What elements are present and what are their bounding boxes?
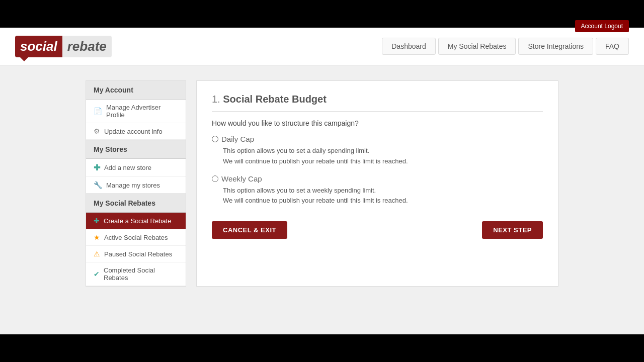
daily-cap-option: Daily Cap This option allows you to set … bbox=[212, 135, 543, 167]
content-area: 1. Social Rebate Budget How would you li… bbox=[196, 80, 558, 287]
sidebar-social-rebates-title: My Social Rebates bbox=[86, 194, 186, 213]
sidebar-item-manage-advertiser-label: Manage Advertiser Profile bbox=[106, 104, 178, 119]
sidebar-item-create-rebate[interactable]: ✚ Create a Social Rebate bbox=[86, 213, 186, 229]
sidebar-my-stores-title: My Stores bbox=[86, 140, 186, 159]
sidebar-item-completed-rebates[interactable]: ✔ Completed Social Rebates bbox=[86, 262, 186, 286]
step-number: 1. bbox=[212, 94, 220, 105]
sidebar-item-manage-stores-label: Manage my stores bbox=[106, 182, 160, 189]
daily-cap-label[interactable]: Daily Cap bbox=[212, 135, 543, 143]
sidebar-item-update-account[interactable]: ⚙ Update account info bbox=[86, 123, 186, 140]
sidebar-item-update-account-label: Update account info bbox=[104, 128, 163, 135]
plus-green-icon: ✚ bbox=[94, 217, 100, 225]
nav-store-integrations[interactable]: Store Integrations bbox=[518, 38, 593, 55]
sidebar-item-paused-rebates-label: Paused Social Rebates bbox=[104, 250, 172, 258]
logo: social rebate bbox=[15, 36, 112, 57]
page-title: 1. Social Rebate Budget bbox=[212, 94, 543, 112]
daily-cap-desc1: This option allows you to set a daily sp… bbox=[223, 146, 543, 156]
sidebar-item-manage-advertiser[interactable]: 📄 Manage Advertiser Profile bbox=[86, 100, 186, 123]
weekly-cap-text: Weekly Cap bbox=[221, 174, 262, 183]
sidebar-section-social-rebates: My Social Rebates ✚ Create a Social Reba… bbox=[86, 194, 186, 287]
page-title-text: Social Rebate Budget bbox=[223, 94, 327, 105]
sidebar-section-my-stores: My Stores ✚ Add a new store 🔧 Manage my … bbox=[86, 140, 186, 194]
weekly-cap-radio[interactable] bbox=[212, 175, 218, 182]
logo-container: social rebate bbox=[15, 36, 112, 57]
nav-faq[interactable]: FAQ bbox=[596, 38, 629, 55]
cancel-exit-button[interactable]: CANCEL & EXIT bbox=[212, 221, 287, 239]
logo-rebate: rebate bbox=[62, 36, 112, 57]
sidebar-item-active-rebates-label: Active Social Rebates bbox=[104, 234, 168, 241]
check-icon: ✔ bbox=[94, 270, 100, 278]
daily-cap-desc2: We will continue to publish your rebate … bbox=[223, 156, 543, 167]
sidebar-item-active-rebates[interactable]: ★ Active Social Rebates bbox=[86, 229, 186, 246]
nav-my-social-rebates[interactable]: My Social Rebates bbox=[438, 38, 516, 55]
sidebar-item-add-store[interactable]: ✚ Add a new store bbox=[86, 159, 186, 177]
weekly-cap-desc: This option allows you to set a weekly s… bbox=[223, 186, 543, 207]
daily-cap-text: Daily Cap bbox=[221, 135, 254, 143]
main-nav: Dashboard My Social Rebates Store Integr… bbox=[382, 38, 629, 55]
sidebar-item-manage-stores[interactable]: 🔧 Manage my stores bbox=[86, 177, 186, 194]
sidebar-item-paused-rebates[interactable]: ⚠ Paused Social Rebates bbox=[86, 246, 186, 262]
nav-dashboard[interactable]: Dashboard bbox=[382, 38, 436, 55]
weekly-cap-desc2: We will continue to publish your rebate … bbox=[223, 196, 543, 206]
sidebar: My Account 📄 Manage Advertiser Profile ⚙… bbox=[86, 80, 186, 287]
document-icon: 📄 bbox=[94, 107, 102, 115]
sidebar-item-completed-rebates-label: Completed Social Rebates bbox=[104, 266, 178, 282]
warning-icon: ⚠ bbox=[94, 250, 100, 258]
button-row: CANCEL & EXIT NEXT STEP bbox=[212, 221, 543, 239]
header: Account Logout social rebate Dashboard M… bbox=[0, 28, 644, 65]
top-black-bar bbox=[0, 0, 644, 28]
plus-icon: ✚ bbox=[94, 163, 100, 172]
sidebar-item-add-store-label: Add a new store bbox=[104, 164, 151, 171]
star-icon: ★ bbox=[94, 233, 100, 241]
sidebar-my-account-title: My Account bbox=[86, 81, 186, 100]
subtitle: How would you like to structure this cam… bbox=[212, 119, 543, 127]
next-step-button[interactable]: NEXT STEP bbox=[482, 221, 543, 239]
weekly-cap-option: Weekly Cap This option allows you to set… bbox=[212, 174, 543, 207]
logo-social: social bbox=[15, 36, 62, 57]
weekly-cap-desc1: This option allows you to set a weekly s… bbox=[223, 186, 543, 196]
daily-cap-desc: This option allows you to set a daily sp… bbox=[223, 146, 543, 167]
wrench-icon: 🔧 bbox=[94, 181, 102, 189]
daily-cap-radio[interactable] bbox=[212, 136, 218, 142]
account-logout-button[interactable]: Account Logout bbox=[575, 20, 629, 32]
sidebar-item-create-rebate-label: Create a Social Rebate bbox=[104, 217, 171, 225]
weekly-cap-label[interactable]: Weekly Cap bbox=[212, 174, 543, 183]
gear-icon: ⚙ bbox=[94, 127, 100, 135]
main-content: My Account 📄 Manage Advertiser Profile ⚙… bbox=[70, 65, 574, 302]
sidebar-section-my-account: My Account 📄 Manage Advertiser Profile ⚙… bbox=[86, 80, 186, 140]
